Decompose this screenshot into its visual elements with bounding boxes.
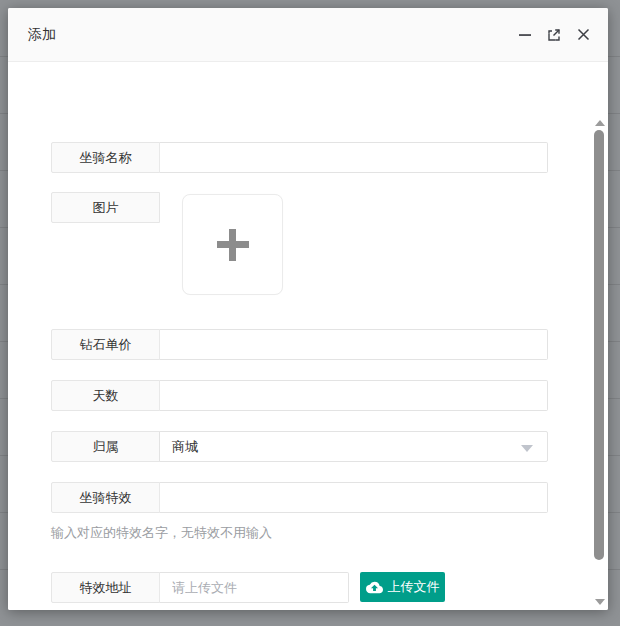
days-input[interactable]: [159, 380, 548, 411]
dialog-title: 添加: [28, 26, 56, 44]
close-icon[interactable]: [574, 26, 592, 44]
diamond-price-input[interactable]: [159, 329, 548, 360]
add-dialog: 添加 坐骑名称: [8, 8, 608, 610]
field-row-mount-effect: 坐骑特效: [51, 482, 548, 513]
field-row-effect-url: 特效地址: [51, 572, 349, 603]
belong-label: 归属: [51, 431, 160, 462]
diamond-price-label: 钻石单价: [51, 329, 160, 360]
cloud-upload-icon: [366, 581, 383, 594]
dialog-titlebar: 添加: [8, 8, 608, 62]
mount-name-input[interactable]: [159, 142, 548, 173]
upload-file-button[interactable]: 上传文件: [360, 572, 445, 602]
minimize-icon[interactable]: [516, 26, 534, 44]
chevron-down-icon: [521, 445, 533, 452]
mount-name-label: 坐骑名称: [51, 142, 160, 173]
image-upload-dropzone[interactable]: [182, 194, 283, 295]
belong-selected-value: 商城: [172, 438, 198, 456]
scrollbar-thumb[interactable]: [594, 130, 604, 560]
image-label: 图片: [51, 192, 160, 223]
field-row-days: 天数: [51, 380, 548, 411]
belong-select[interactable]: 商城: [159, 431, 548, 462]
effect-name-hint: 输入对应的特效名字，无特效不用输入: [51, 524, 272, 542]
window-controls: [516, 26, 592, 44]
field-row-image: 图片: [51, 192, 160, 223]
effect-url-label: 特效地址: [51, 572, 160, 603]
scroll-up-arrow-icon[interactable]: [595, 120, 605, 126]
field-row-belong: 归属 商城: [51, 431, 548, 462]
effect-url-input[interactable]: [159, 572, 349, 603]
dialog-body: 坐骑名称 图片 钻石单价 天数 归属 商城: [8, 62, 608, 610]
mount-effect-input[interactable]: [159, 482, 548, 513]
vertical-scrollbar[interactable]: [593, 118, 606, 608]
field-row-mount-name: 坐骑名称: [51, 142, 548, 173]
days-label: 天数: [51, 380, 160, 411]
field-row-diamond-price: 钻石单价: [51, 329, 548, 360]
upload-file-button-label: 上传文件: [388, 578, 440, 596]
scroll-down-arrow-icon[interactable]: [595, 599, 605, 605]
mount-effect-label: 坐骑特效: [51, 482, 160, 513]
page-background: { "window": { "title": "添加", "controls":…: [0, 0, 620, 626]
maximize-icon[interactable]: [545, 26, 563, 44]
